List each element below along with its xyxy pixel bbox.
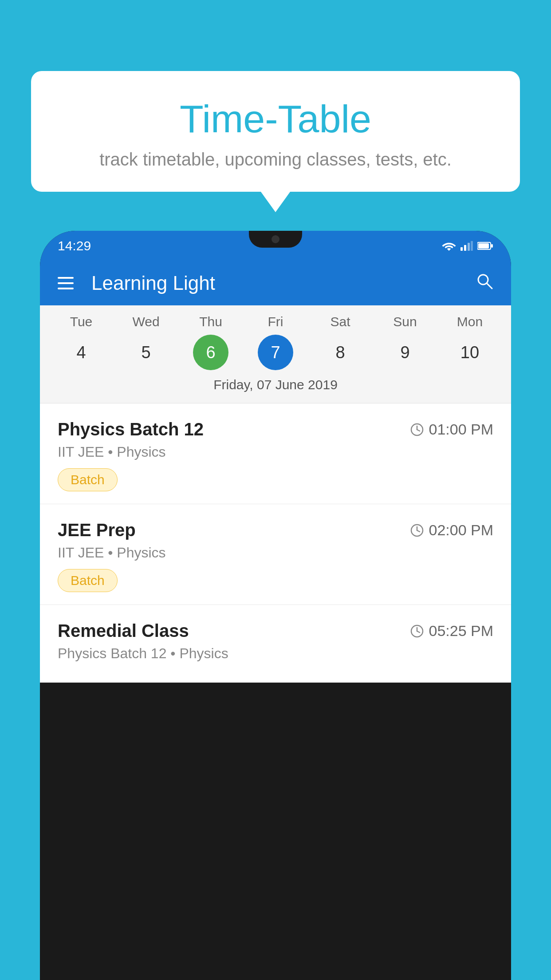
clock-icon-3 xyxy=(410,624,424,638)
day-name-sat: Sat xyxy=(323,314,358,329)
wifi-icon xyxy=(442,241,456,251)
schedule-item-3[interactable]: Remedial Class 05:25 PM Physics Batch 12… xyxy=(40,605,511,683)
day-name-fri: Fri xyxy=(258,314,293,329)
schedule-item-2-time: 02:00 PM xyxy=(410,522,493,539)
svg-rect-1 xyxy=(464,245,466,251)
day-name-sun: Sun xyxy=(387,314,423,329)
schedule-item-3-title: Remedial Class xyxy=(58,621,189,641)
svg-line-8 xyxy=(487,283,492,288)
svg-rect-2 xyxy=(468,243,470,251)
svg-rect-3 xyxy=(471,241,473,251)
svg-rect-0 xyxy=(460,247,463,251)
app-title: Learning Light xyxy=(87,272,462,294)
schedule-item-2[interactable]: JEE Prep 02:00 PM IIT JEE • Physics Batc… xyxy=(40,504,511,605)
schedule-item-1-header: Physics Batch 12 01:00 PM xyxy=(58,419,493,439)
schedule-item-2-title: JEE Prep xyxy=(58,520,136,540)
signal-icon xyxy=(460,241,473,251)
status-time: 14:29 xyxy=(58,238,91,253)
day-name-wed: Wed xyxy=(128,314,164,329)
day-6-today[interactable]: 6 xyxy=(193,335,228,370)
calendar-strip: Tue Wed Thu Fri Sat Sun Mon 4 5 6 7 8 9 … xyxy=(40,305,511,403)
phone-frame: 14:29 xyxy=(40,231,511,980)
notch xyxy=(249,231,302,248)
schedule-item-1-time: 01:00 PM xyxy=(410,421,493,438)
day-7-selected[interactable]: 7 xyxy=(258,335,293,370)
schedule-item-2-header: JEE Prep 02:00 PM xyxy=(58,520,493,540)
day-numbers-row: 4 5 6 7 8 9 10 xyxy=(40,335,511,370)
day-4[interactable]: 4 xyxy=(63,335,99,370)
schedule-item-2-badge: Batch xyxy=(58,569,118,592)
svg-rect-6 xyxy=(478,243,489,249)
schedule-item-3-time: 05:25 PM xyxy=(410,622,493,640)
search-button[interactable] xyxy=(476,272,493,294)
day-9[interactable]: 9 xyxy=(387,335,423,370)
bubble-subtitle: track timetable, upcoming classes, tests… xyxy=(49,150,502,170)
schedule-list: Physics Batch 12 01:00 PM IIT JEE • Phys… xyxy=(40,403,511,683)
schedule-item-1[interactable]: Physics Batch 12 01:00 PM IIT JEE • Phys… xyxy=(40,403,511,504)
clock-icon-1 xyxy=(410,423,424,437)
battery-icon xyxy=(477,241,493,250)
day-10[interactable]: 10 xyxy=(452,335,488,370)
clock-icon-2 xyxy=(410,523,424,537)
camera xyxy=(272,235,279,243)
svg-rect-5 xyxy=(491,244,493,248)
schedule-item-1-title: Physics Batch 12 xyxy=(58,419,204,439)
status-icons xyxy=(442,241,493,251)
bubble-title: Time-Table xyxy=(49,98,502,141)
svg-line-14 xyxy=(417,530,420,532)
schedule-item-1-badge: Batch xyxy=(58,468,118,491)
day-name-mon: Mon xyxy=(452,314,488,329)
hamburger-menu-icon[interactable] xyxy=(58,277,74,289)
schedule-item-1-meta: IIT JEE • Physics xyxy=(58,444,493,460)
day-8[interactable]: 8 xyxy=(323,335,358,370)
schedule-item-2-meta: IIT JEE • Physics xyxy=(58,545,493,561)
day-names-row: Tue Wed Thu Fri Sat Sun Mon xyxy=(40,314,511,329)
day-name-thu: Thu xyxy=(193,314,228,329)
app-bar: Learning Light xyxy=(40,261,511,305)
svg-line-17 xyxy=(417,631,420,632)
day-5[interactable]: 5 xyxy=(128,335,164,370)
status-bar: 14:29 xyxy=(40,231,511,261)
schedule-item-3-header: Remedial Class 05:25 PM xyxy=(58,621,493,641)
day-name-tue: Tue xyxy=(63,314,99,329)
svg-line-11 xyxy=(417,430,420,431)
selected-date-label: Friday, 07 June 2019 xyxy=(40,377,511,399)
info-bubble: Time-Table track timetable, upcoming cla… xyxy=(31,71,520,192)
schedule-item-3-meta: Physics Batch 12 • Physics xyxy=(58,645,493,662)
